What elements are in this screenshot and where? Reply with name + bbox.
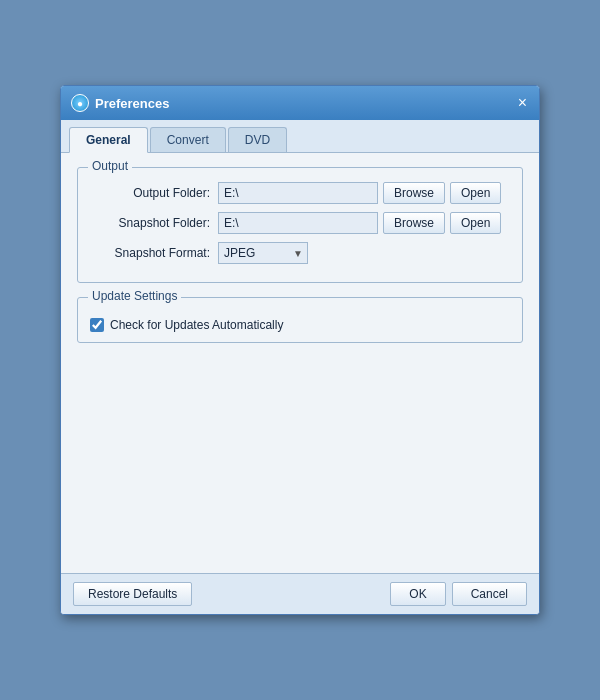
title-bar-left: ● Preferences (71, 94, 169, 112)
dialog-title: Preferences (95, 96, 169, 111)
close-button[interactable]: × (516, 95, 529, 111)
check-updates-row: Check for Updates Automatically (90, 318, 510, 332)
tab-dvd[interactable]: DVD (228, 127, 287, 152)
output-folder-label: Output Folder: (90, 186, 210, 200)
snapshot-folder-open-button[interactable]: Open (450, 212, 501, 234)
snapshot-format-wrapper: JPEG PNG BMP ▼ (218, 242, 308, 264)
snapshot-folder-browse-button[interactable]: Browse (383, 212, 445, 234)
tabs-bar: General Convert DVD (61, 120, 539, 153)
output-folder-open-button[interactable]: Open (450, 182, 501, 204)
output-section: Output Output Folder: Browse Open Snapsh… (77, 167, 523, 283)
snapshot-format-label: Snapshot Format: (90, 246, 210, 260)
footer-right-buttons: OK Cancel (390, 582, 527, 606)
check-updates-checkbox[interactable] (90, 318, 104, 332)
footer: Restore Defaults OK Cancel (61, 573, 539, 614)
snapshot-folder-row: Snapshot Folder: Browse Open (90, 212, 510, 234)
cancel-button[interactable]: Cancel (452, 582, 527, 606)
tab-convert[interactable]: Convert (150, 127, 226, 152)
tab-general[interactable]: General (69, 127, 148, 153)
restore-defaults-button[interactable]: Restore Defaults (73, 582, 192, 606)
title-bar: ● Preferences × (61, 86, 539, 120)
app-icon: ● (71, 94, 89, 112)
preferences-dialog: ● Preferences × General Convert DVD Outp… (60, 85, 540, 615)
output-section-label: Output (88, 159, 132, 173)
output-folder-input[interactable] (218, 182, 378, 204)
output-folder-row: Output Folder: Browse Open (90, 182, 510, 204)
snapshot-format-row: Snapshot Format: JPEG PNG BMP ▼ (90, 242, 510, 264)
snapshot-folder-input[interactable] (218, 212, 378, 234)
output-folder-browse-button[interactable]: Browse (383, 182, 445, 204)
update-settings-section-label: Update Settings (88, 289, 181, 303)
content-area: Output Output Folder: Browse Open Snapsh… (61, 153, 539, 573)
update-settings-section: Update Settings Check for Updates Automa… (77, 297, 523, 343)
snapshot-format-select[interactable]: JPEG PNG BMP (218, 242, 308, 264)
check-updates-label: Check for Updates Automatically (110, 318, 283, 332)
snapshot-folder-label: Snapshot Folder: (90, 216, 210, 230)
ok-button[interactable]: OK (390, 582, 445, 606)
